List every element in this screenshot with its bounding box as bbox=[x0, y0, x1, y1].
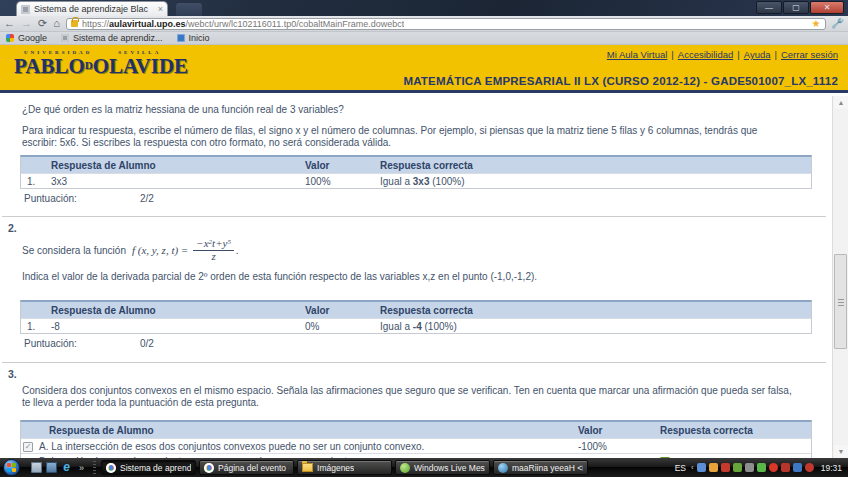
tray-icon[interactable] bbox=[769, 463, 778, 472]
q1-score: Puntuación:2/2 bbox=[24, 193, 832, 204]
divider bbox=[2, 216, 826, 217]
page-scrollbar[interactable]: ▲ ▼ bbox=[832, 96, 848, 458]
col-header-respuesta: Respuesta de Alumno bbox=[49, 304, 303, 317]
google-icon bbox=[6, 34, 14, 42]
header-nav: Mi Aula Virtual|Accesibilidad|Ayuda|Cerr… bbox=[607, 49, 838, 60]
taskbar-button-live-messenger[interactable]: Windows Live Mess... bbox=[395, 460, 490, 475]
link-cerrar-sesion[interactable]: Cerrar sesión bbox=[781, 49, 838, 60]
link-mi-aula-virtual[interactable]: Mi Aula Virtual bbox=[607, 49, 668, 60]
taskbar-button-chat[interactable]: maaRiina yeeaH <m... bbox=[493, 460, 588, 475]
bookmark-google[interactable]: Google bbox=[6, 33, 47, 43]
browser-toolbar: ← → ⟳ ⌂ https://aulavirtual.upo.es/webct… bbox=[0, 16, 848, 32]
bookmark-star-icon[interactable]: ★ bbox=[812, 19, 821, 29]
divider bbox=[2, 362, 826, 363]
tab-title: Sistema de aprendizaje Blac bbox=[34, 4, 154, 14]
tab-close-icon[interactable]: × bbox=[158, 5, 163, 14]
url-text: https://aulavirtual.upo.es/webct/urw/lc1… bbox=[82, 19, 404, 29]
new-tab-button[interactable] bbox=[176, 3, 202, 16]
q2-student-answer: -8 bbox=[49, 320, 303, 333]
link-ayuda[interactable]: Ayuda bbox=[744, 49, 771, 60]
blackboard-favicon-icon bbox=[21, 5, 30, 14]
university-logo: UNIVERSIDADSEVILLA PABLODOLAVIDE bbox=[14, 50, 188, 76]
minimize-button[interactable]: — bbox=[756, 1, 782, 14]
back-icon[interactable]: ← bbox=[4, 18, 15, 29]
browser-titlebar: Sistema de aprendizaje Blac × — ▢ ✕ bbox=[0, 0, 848, 16]
q3-option-a-value: -100% bbox=[576, 440, 658, 453]
close-button[interactable]: ✕ bbox=[810, 1, 844, 14]
tray-icon[interactable] bbox=[781, 463, 790, 472]
chrome-icon bbox=[204, 463, 214, 473]
course-title: MATEMÁTICA EMPRESARIAL II LX (CURSO 2012… bbox=[403, 75, 838, 87]
url-bar[interactable]: https://aulavirtual.upo.es/webct/urw/lc1… bbox=[66, 18, 826, 30]
quick-launch: e bbox=[31, 462, 72, 473]
bookmark-inicio[interactable]: Inicio bbox=[177, 33, 210, 43]
taskbar-clock[interactable]: 19:31 bbox=[821, 463, 842, 473]
tray-icon[interactable] bbox=[757, 463, 766, 472]
bookmark-aula-virtual[interactable]: Sistema de aprendiz... bbox=[61, 33, 163, 43]
switch-windows-icon[interactable] bbox=[46, 462, 57, 473]
col-header-valor: Valor bbox=[303, 304, 378, 317]
q2-number: 2. bbox=[8, 222, 832, 234]
tray-icon[interactable] bbox=[745, 463, 754, 472]
q1-correct-answer: Igual a 3x3 (100%) bbox=[378, 175, 811, 188]
quick-launch-overflow-icon[interactable]: » bbox=[79, 463, 84, 473]
q3-option-a-label: A. La intersección de esos dos conjuntos… bbox=[37, 440, 576, 453]
q2-answer-table: Respuesta de Alumno Valor Respuesta corr… bbox=[20, 300, 812, 334]
q2-function-definition: Se considera la función f (x, y, z, t) =… bbox=[22, 238, 832, 262]
show-desktop-icon[interactable] bbox=[31, 462, 42, 473]
q3-answer-table: Respuesta de Alumno Valor Respuesta corr… bbox=[20, 420, 812, 458]
internet-explorer-icon[interactable]: e bbox=[61, 462, 72, 473]
col-header-correcta: Respuesta correcta bbox=[658, 424, 811, 437]
scroll-down-icon[interactable]: ▼ bbox=[834, 445, 848, 458]
chrome-icon bbox=[106, 463, 116, 473]
tray-icon[interactable] bbox=[709, 463, 718, 472]
browser-tab[interactable]: Sistema de aprendizaje Blac × bbox=[16, 1, 168, 16]
q2-question-text: Indica el valor de la derivada parcial d… bbox=[22, 271, 772, 283]
col-header-respuesta: Respuesta de Alumno bbox=[49, 159, 303, 172]
language-indicator[interactable]: ES bbox=[675, 463, 686, 473]
q1-student-answer: 3x3 bbox=[49, 175, 303, 188]
col-header-valor: Valor bbox=[303, 159, 378, 172]
screen: Sistema de aprendizaje Blac × — ▢ ✕ ← → … bbox=[0, 0, 848, 477]
quiz-content: ¿De qué orden es la matriz hessiana de u… bbox=[0, 96, 832, 458]
q2-correct-answer: Igual a -4 (100%) bbox=[378, 320, 811, 333]
home-icon[interactable]: ⌂ bbox=[53, 18, 60, 29]
tray-icon[interactable] bbox=[721, 463, 730, 472]
table-row: 1. -8 0% Igual a -4 (100%) bbox=[21, 318, 811, 333]
windows-taskbar: e » Sistema de aprendiz... Página del ev… bbox=[0, 458, 848, 477]
q1-instructions: Para indicar tu respuesta, escribe el nú… bbox=[22, 125, 772, 149]
taskbar-button-sistema[interactable]: Sistema de aprendiz... bbox=[101, 460, 196, 475]
start-button[interactable] bbox=[3, 459, 20, 476]
tray-icon[interactable] bbox=[805, 463, 814, 472]
q1-answer-table: Respuesta de Alumno Valor Respuesta corr… bbox=[20, 155, 812, 189]
folder-icon bbox=[302, 463, 313, 472]
wrench-menu-icon[interactable]: 🔧 bbox=[833, 17, 843, 29]
col-header-valor: Valor bbox=[576, 424, 658, 437]
bookmarks-bar: Google Sistema de aprendiz... Inicio bbox=[0, 32, 848, 45]
https-padlock-icon bbox=[71, 20, 78, 27]
link-accesibilidad[interactable]: Accesibilidad bbox=[678, 49, 733, 60]
tray-collapse-icon[interactable]: ‹ bbox=[691, 463, 694, 472]
maximize-button[interactable]: ▢ bbox=[783, 1, 809, 14]
taskbar-button-pagina-evento[interactable]: Página del evento - ... bbox=[199, 460, 294, 475]
forward-icon[interactable]: → bbox=[21, 18, 32, 29]
tray-icon[interactable] bbox=[793, 463, 802, 472]
q3-number: 3. bbox=[8, 368, 832, 380]
inicio-icon bbox=[177, 34, 185, 42]
col-header-correcta: Respuesta correcta bbox=[378, 304, 811, 317]
messenger-icon bbox=[400, 463, 410, 473]
q2-value: 0% bbox=[303, 320, 378, 333]
q2-score: Puntuación:0/2 bbox=[24, 338, 832, 349]
q1-value: 100% bbox=[303, 175, 378, 188]
table-row-option-a: ✓ A. La intersección de esos dos conjunt… bbox=[21, 438, 811, 453]
scroll-up-icon[interactable]: ▲ bbox=[834, 96, 848, 109]
q3-question-text: Considera dos conjuntos convexos en el m… bbox=[22, 385, 792, 409]
tray-icon[interactable] bbox=[697, 463, 706, 472]
taskbar-button-imagenes[interactable]: Imágenes bbox=[297, 460, 392, 475]
tray-icon[interactable] bbox=[733, 463, 742, 472]
scrollbar-thumb[interactable] bbox=[834, 254, 847, 349]
reload-icon[interactable]: ⟳ bbox=[38, 18, 47, 29]
fraction: −x2t+y5 z bbox=[193, 238, 234, 262]
col-header-respuesta: Respuesta de Alumno bbox=[37, 424, 576, 437]
col-header-correcta: Respuesta correcta bbox=[378, 159, 811, 172]
